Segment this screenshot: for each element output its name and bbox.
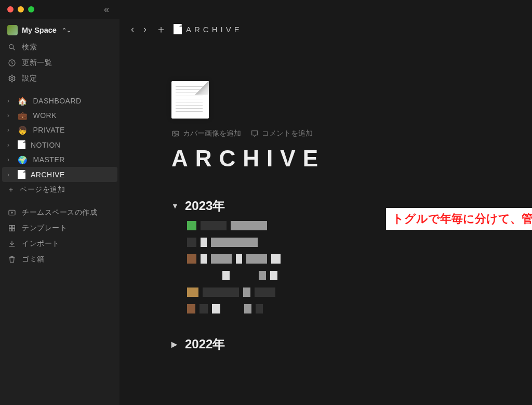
sidebar-page-notion[interactable]: › NOTION [2, 137, 117, 152]
page-icon[interactable] [171, 81, 209, 119]
svg-point-0 [9, 45, 14, 49]
nav-forward-icon[interactable]: › [141, 23, 149, 36]
nav-back-icon[interactable]: ‹ [129, 23, 136, 36]
workspace-switcher[interactable]: My Space ⌃⌄ [2, 22, 117, 38]
document-icon [174, 24, 182, 34]
sidebar-updates[interactable]: 更新一覧 [2, 55, 117, 71]
sidebar-updates-label: 更新一覧 [22, 58, 112, 68]
comment-icon [250, 129, 259, 138]
page-emoji: 💼 [18, 112, 28, 120]
sidebar-trash[interactable]: ゴミ箱 [2, 252, 117, 267]
svg-line-1 [13, 48, 15, 50]
sidebar-search-label: 検索 [22, 43, 112, 52]
page-emoji: 🌍 [18, 156, 28, 164]
sidebar-page-master[interactable]: › 🌍 MASTER [2, 152, 117, 167]
sidebar-templates[interactable]: テンプレート [2, 220, 117, 236]
svg-rect-9 [9, 229, 12, 231]
gear-icon [7, 74, 17, 83]
chevron-right-icon: › [7, 126, 12, 134]
sidebar: My Space ⌃⌄ 検索 更新一覧 設定 [0, 19, 119, 405]
svg-point-3 [11, 77, 13, 80]
toggle-2023-content [187, 220, 532, 314]
page-emoji: 👦 [18, 126, 28, 134]
import-icon [7, 239, 17, 249]
svg-rect-7 [9, 226, 12, 228]
sidebar-settings[interactable]: 設定 [2, 71, 117, 86]
document-icon [18, 140, 25, 149]
plus-icon: ＋ [7, 185, 15, 194]
collapse-sidebar-icon[interactable]: « [104, 4, 112, 15]
minimize-window-icon[interactable] [18, 6, 24, 12]
maximize-window-icon[interactable] [28, 6, 34, 12]
image-icon [171, 129, 180, 138]
svg-rect-10 [12, 229, 15, 231]
document-icon [18, 170, 25, 179]
sidebar-page-work[interactable]: › 💼 WORK [2, 108, 117, 123]
sidebar-page-private[interactable]: › 👦 PRIVATE [2, 123, 117, 137]
close-window-icon[interactable] [7, 6, 14, 12]
clock-icon [7, 58, 17, 68]
sidebar-page-dashboard[interactable]: › 🏠 DASHBOARD [2, 94, 117, 108]
workspace-icon [7, 25, 18, 35]
chevron-right-icon: › [7, 112, 12, 119]
main-content: ‹ › ＋ ARCHIVE カバー画像を追加 [119, 19, 532, 405]
sidebar-import[interactable]: インポート [2, 236, 117, 252]
chevron-right-icon: › [7, 97, 12, 104]
topbar: ‹ › ＋ ARCHIVE [119, 19, 532, 40]
annotation-callout: トグルで年毎に分けて、管理 [386, 208, 532, 230]
sidebar-pages: › 🏠 DASHBOARD › 💼 WORK › 👦 PRIVATE › NOT… [2, 94, 117, 198]
sidebar-footer: チームスペースの作成 テンプレート インポート ゴミ箱 [2, 205, 117, 267]
page-emoji: 🏠 [18, 97, 28, 105]
sidebar-page-archive[interactable]: › ARCHIVE [2, 167, 117, 182]
page-title[interactable]: ARCHIVE [171, 146, 532, 172]
toggle-2022[interactable]: 2022年 [171, 336, 532, 352]
chevron-right-icon: › [7, 156, 12, 163]
add-comment-button[interactable]: コメントを追加 [250, 129, 313, 138]
toggle-triangle-down-icon [171, 202, 180, 210]
teamspace-icon [7, 208, 17, 217]
sidebar-add-page[interactable]: ＋ ページを追加 [2, 182, 117, 198]
sidebar-search[interactable]: 検索 [2, 40, 117, 55]
add-cover-button[interactable]: カバー画像を追加 [171, 129, 241, 138]
svg-rect-8 [12, 226, 15, 228]
template-icon [7, 224, 17, 233]
window-controls[interactable] [7, 6, 34, 12]
chevron-right-icon: › [7, 141, 12, 149]
trash-icon [7, 255, 17, 264]
chevron-right-icon: › [7, 171, 12, 178]
search-icon [7, 43, 17, 52]
breadcrumb[interactable]: ARCHIVE [174, 24, 243, 34]
updown-icon: ⌃⌄ [62, 27, 71, 34]
sidebar-settings-label: 設定 [22, 74, 112, 83]
svg-point-12 [174, 133, 176, 134]
breadcrumb-title: ARCHIVE [186, 25, 243, 34]
sidebar-create-teamspace[interactable]: チームスペースの作成 [2, 205, 117, 220]
toggle-triangle-right-icon [171, 340, 180, 348]
workspace-name: My Space [22, 26, 57, 34]
new-tab-icon[interactable]: ＋ [154, 22, 168, 36]
